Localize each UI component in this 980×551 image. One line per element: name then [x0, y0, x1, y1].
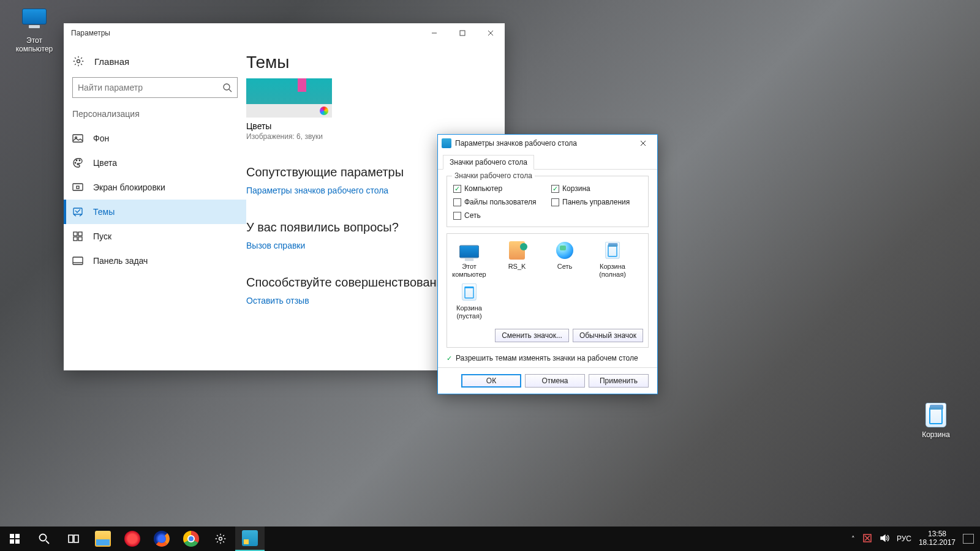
apply-button[interactable]: Применить: [589, 374, 649, 388]
theme-palette: [246, 104, 332, 118]
picture-icon: [72, 133, 83, 144]
tray-security-icon[interactable]: [862, 533, 872, 545]
desktop-icon-settings-dialog: Параметры значков рабочего стола Значки …: [437, 134, 658, 394]
theme-name: Цветы: [246, 121, 332, 131]
theme-meta: Изображения: 6, звуки: [246, 132, 332, 141]
checkbox-icon: [551, 185, 559, 193]
settings-search[interactable]: [72, 77, 238, 98]
sidebar-item-background[interactable]: Фон: [64, 126, 246, 151]
checkbox-icon: [447, 354, 452, 362]
dialog-title: Параметры значков рабочего стола: [455, 139, 577, 148]
checkbox-allow-themes[interactable]: Разрешить темам изменять значки на рабоч…: [447, 354, 649, 362]
tab-desktop-icons[interactable]: Значки рабочего стола: [443, 155, 534, 170]
icon-network[interactable]: Сеть: [546, 240, 583, 278]
dialog-close-button[interactable]: [633, 136, 654, 151]
themes-icon: [72, 206, 83, 217]
svg-rect-8: [73, 184, 83, 190]
svg-rect-16: [10, 534, 14, 538]
taskbar-app-firefox[interactable]: [147, 527, 176, 551]
sidebar-item-taskbar[interactable]: Панель задач: [64, 249, 246, 273]
svg-rect-15: [73, 257, 83, 264]
checkbox-icon: [453, 212, 461, 220]
theme-card[interactable]: Цветы Изображения: 6, звуки: [246, 78, 332, 141]
system-tray: ˄ РУС 13:58 18.12.2017: [845, 530, 980, 547]
svg-rect-21: [69, 535, 73, 542]
nav-label: Экран блокировки: [93, 182, 165, 192]
search-input[interactable]: [78, 83, 222, 92]
icon-user-folder[interactable]: RS_K: [499, 240, 535, 278]
nav-label: Цвета: [93, 158, 117, 168]
desktop-icon-this-pc[interactable]: Этот компьютер: [10, 6, 59, 53]
start-button[interactable]: [0, 527, 29, 551]
maximize-button[interactable]: [448, 23, 477, 43]
start-icon: [72, 231, 83, 242]
dialog-titlebar[interactable]: Параметры значков рабочего стола: [438, 135, 657, 152]
sidebar-home[interactable]: Главная: [64, 49, 246, 77]
svg-point-2: [224, 84, 230, 90]
svg-rect-10: [74, 208, 82, 214]
sidebar-item-themes[interactable]: Темы: [64, 200, 246, 224]
settings-title: Параметры: [71, 29, 110, 37]
sidebar-item-colors[interactable]: Цвета: [64, 151, 246, 175]
action-center-button[interactable]: [963, 534, 974, 544]
change-icon-button[interactable]: Сменить значок...: [495, 329, 569, 342]
tray-volume-icon[interactable]: [880, 533, 889, 545]
dialog-tabs: Значки рабочего стола: [438, 152, 657, 170]
svg-point-5: [75, 162, 76, 163]
svg-rect-3: [73, 135, 83, 142]
taskbar-app-settings[interactable]: [206, 527, 235, 551]
sidebar-section-label: Персонализация: [64, 109, 246, 126]
tray-clock[interactable]: 13:58 18.12.2017: [919, 530, 956, 547]
dialog-icon: [442, 138, 451, 148]
tray-date: 18.12.2017: [919, 539, 956, 547]
close-button[interactable]: [477, 23, 505, 43]
desktop-icon-label: Этот компьютер: [10, 36, 59, 53]
checkbox-icon: [453, 198, 461, 206]
taskbar-app-explorer[interactable]: [88, 527, 118, 551]
svg-rect-18: [10, 539, 14, 544]
svg-point-20: [40, 534, 47, 541]
give-feedback-link[interactable]: Оставить отзыв: [246, 296, 309, 305]
svg-rect-19: [15, 539, 20, 544]
icon-recycle-empty[interactable]: Корзина (пустая): [451, 282, 488, 320]
svg-rect-17: [15, 534, 20, 538]
checkbox-control-panel[interactable]: Панель управления: [551, 198, 642, 206]
sidebar-item-lockscreen[interactable]: Экран блокировки: [64, 175, 246, 200]
tray-overflow-button[interactable]: ˄: [851, 535, 855, 543]
lock-screen-icon: [72, 182, 83, 193]
minimize-button[interactable]: [420, 23, 448, 43]
tray-language[interactable]: РУС: [897, 534, 911, 543]
settings-titlebar[interactable]: Параметры: [64, 23, 505, 43]
svg-rect-12: [78, 232, 82, 236]
svg-rect-22: [74, 535, 78, 542]
page-heading: Темы: [246, 53, 488, 72]
desktop-icon-recycle-bin[interactable]: Корзина: [911, 403, 960, 439]
default-icon-button[interactable]: Обычный значок: [573, 329, 643, 342]
checkbox-recycle-bin[interactable]: Корзина: [551, 184, 642, 193]
taskbar-app-chrome[interactable]: [176, 527, 206, 551]
checkbox-network[interactable]: Сеть: [453, 211, 544, 220]
sidebar-item-start[interactable]: Пуск: [64, 224, 246, 249]
taskbar-app-personalization[interactable]: [235, 527, 265, 551]
checkbox-icon: [453, 185, 461, 193]
cancel-button[interactable]: Отмена: [525, 374, 585, 388]
icon-preview-group: Этот компьютер RS_K Сеть Корзина (полная…: [447, 233, 649, 348]
taskbar-app-opera[interactable]: [118, 527, 147, 551]
icon-this-pc[interactable]: Этот компьютер: [451, 240, 488, 278]
nav-label: Фон: [93, 133, 109, 143]
desktop-icon-label: Корзина: [911, 430, 960, 439]
search-button[interactable]: [29, 527, 59, 551]
checkbox-user-files[interactable]: Файлы пользователя: [453, 198, 544, 206]
nav-label: Темы: [93, 207, 115, 217]
settings-sidebar: Главная Персонализация Фон Цвета Экран б…: [64, 43, 246, 370]
desktop-icon-settings-link[interactable]: Параметры значков рабочего стола: [246, 186, 388, 195]
checkbox-computer[interactable]: Компьютер: [453, 184, 544, 193]
get-help-link[interactable]: Вызов справки: [246, 241, 305, 250]
tray-time: 13:58: [919, 530, 956, 539]
task-view-button[interactable]: [59, 527, 88, 551]
icon-recycle-full[interactable]: Корзина (полная): [594, 240, 631, 278]
sidebar-home-label: Главная: [94, 56, 129, 67]
taskbar-icon: [72, 255, 83, 266]
svg-point-6: [76, 160, 77, 161]
ok-button[interactable]: ОК: [461, 374, 521, 388]
